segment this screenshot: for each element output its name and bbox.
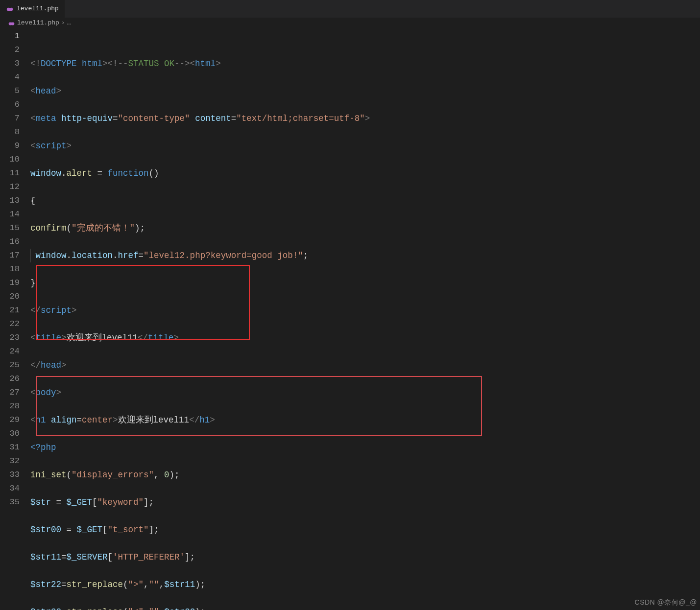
line-number: 29 (0, 413, 20, 427)
code-line: window.location.href="level12.php?keywor… (30, 249, 700, 262)
code-line: <?php (30, 441, 700, 454)
line-number: 4 (0, 70, 20, 84)
code-line: <h1 align=center>欢迎来到level11</h1> (30, 413, 700, 427)
chevron-right-icon: › (61, 16, 65, 30)
breadcrumb[interactable]: level11.php › … (0, 18, 700, 28)
line-number: 25 (0, 358, 20, 372)
watermark: CSDN @奈何@_@ (635, 595, 697, 609)
tab-bar: level11.php (0, 0, 700, 18)
line-number: 6 (0, 98, 20, 112)
line-number: 13 (0, 194, 20, 208)
line-number: 12 (0, 180, 20, 194)
code-line: <script> (30, 139, 700, 153)
line-number: 23 (0, 331, 20, 345)
code-line: <meta http-equiv="content-type" content=… (30, 112, 700, 125)
code-line: $str = $_GET["keyword"]; (30, 495, 700, 509)
line-number: 16 (0, 235, 20, 249)
code-line: { (30, 194, 700, 208)
line-number: 7 (0, 112, 20, 125)
code-line: } (30, 276, 700, 290)
line-number: 3 (0, 57, 20, 70)
line-number: 31 (0, 441, 20, 454)
tab-filename: level11.php (17, 2, 59, 16)
code-editor[interactable]: 1234567891011121314151617181920212223242… (0, 28, 700, 610)
code-line: </script> (30, 304, 700, 317)
line-number: 20 (0, 290, 20, 304)
line-number: 1 (0, 29, 20, 43)
line-number: 35 (0, 495, 20, 509)
line-number: 8 (0, 125, 20, 139)
line-number: 33 (0, 468, 20, 482)
line-number: 24 (0, 345, 20, 358)
line-number: 15 (0, 221, 20, 235)
line-number: 21 (0, 304, 20, 317)
code-line: confirm("完成的不错！"); (30, 221, 700, 235)
php-elephant-icon (8, 20, 15, 27)
code-line: $str11=$_SERVER['HTTP_REFERER']; (30, 550, 700, 564)
line-number: 2 (0, 43, 20, 57)
editor-tab-level11[interactable]: level11.php (0, 0, 65, 18)
code-line: $str33=str_replace("<","",$str22); (30, 605, 700, 610)
line-number: 32 (0, 454, 20, 468)
line-number: 28 (0, 399, 20, 413)
code-line: <body> (30, 386, 700, 399)
line-number: 5 (0, 84, 20, 98)
line-number: 10 (0, 153, 20, 166)
code-content[interactable]: <!DOCTYPE html><!--STATUS OK--><html> <h… (30, 29, 700, 610)
code-line: </head> (30, 358, 700, 372)
code-line: ini_set("display_errors", 0); (30, 468, 700, 482)
code-line: window.alert = function() (30, 166, 700, 180)
line-number: 30 (0, 427, 20, 441)
code-line: <!DOCTYPE html><!--STATUS OK--><html> (30, 57, 700, 70)
line-number: 17 (0, 249, 20, 262)
breadcrumb-more: … (67, 16, 71, 30)
line-number: 22 (0, 317, 20, 331)
breadcrumb-file: level11.php (17, 16, 59, 30)
line-number: 27 (0, 386, 20, 399)
line-number: 14 (0, 208, 20, 221)
line-number: 34 (0, 482, 20, 495)
line-number: 26 (0, 372, 20, 386)
line-number: 18 (0, 262, 20, 276)
code-line: <title>欢迎来到level11</title> (30, 331, 700, 345)
code-line: $str00 = $_GET["t_sort"]; (30, 523, 700, 537)
svg-rect-5 (10, 22, 14, 25)
code-line: <head> (30, 84, 700, 98)
line-number: 19 (0, 276, 20, 290)
code-line: $str22=str_replace(">","",$str11); (30, 578, 700, 591)
svg-rect-2 (8, 8, 12, 11)
line-number-gutter: 1234567891011121314151617181920212223242… (0, 29, 30, 610)
line-number: 9 (0, 139, 20, 153)
line-number: 11 (0, 166, 20, 180)
php-elephant-icon (6, 5, 14, 13)
